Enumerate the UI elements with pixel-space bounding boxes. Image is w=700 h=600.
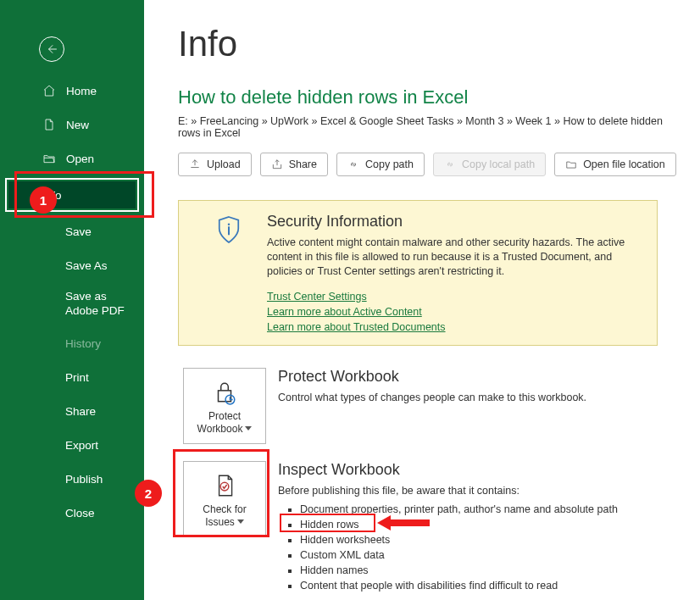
list-item: Hidden names (300, 563, 618, 578)
action-row: Upload Share Copy path Copy local path O… (178, 153, 683, 176)
sidebar-label: Save As (65, 259, 108, 272)
learn-active-content-link[interactable]: Learn more about Active Content (267, 306, 647, 318)
document-title: How to delete hidden rows in Excel (178, 86, 683, 108)
breadcrumb: E: » FreeLancing » UpWork » Excel & Goog… (178, 115, 683, 139)
copy-path-button[interactable]: Copy path (336, 153, 425, 176)
svg-point-4 (220, 482, 229, 491)
sidebar-label: Export (65, 439, 98, 452)
sidebar-item-share[interactable]: Share (0, 394, 144, 428)
sidebar-label: Save (65, 225, 92, 238)
share-icon (271, 158, 283, 170)
sidebar-item-save-adobe[interactable]: Save as Adobe PDF (0, 282, 144, 326)
protect-heading: Protect Workbook (278, 368, 586, 386)
inspect-heading: Inspect Workbook (278, 461, 618, 479)
sidebar-label: History (65, 337, 101, 350)
back-arrow-icon (46, 43, 58, 55)
sidebar-item-info[interactable]: Info (8, 181, 136, 208)
sidebar-item-save[interactable]: Save (0, 214, 144, 248)
sidebar-item-export[interactable]: Export (0, 428, 144, 462)
document-check-icon (213, 471, 236, 500)
sidebar-label: Publish (65, 473, 103, 486)
learn-trusted-documents-link[interactable]: Learn more about Trusted Documents (267, 321, 647, 333)
home-icon (42, 84, 56, 97)
info-panel: Info How to delete hidden rows in Excel … (144, 0, 700, 600)
sidebar-item-print[interactable]: Print (0, 360, 144, 394)
sidebar-label: Info (42, 189, 62, 202)
chevron-down-icon (237, 519, 244, 524)
folder-icon (565, 158, 577, 170)
svg-rect-1 (228, 226, 230, 235)
sidebar-item-home[interactable]: Home (0, 74, 144, 108)
sidebar-item-save-as[interactable]: Save As (0, 248, 144, 282)
back-button[interactable] (39, 36, 64, 62)
chevron-down-icon (245, 426, 252, 431)
link-icon (347, 158, 359, 170)
backstage-sidebar: Home New Open Info Save Save As Save as … (0, 0, 144, 600)
new-file-icon (42, 118, 56, 131)
sidebar-item-close[interactable]: Close (0, 496, 144, 530)
btn-label-line1: Check for (203, 503, 246, 515)
list-item: Hidden rows (300, 517, 618, 532)
sidebar-item-publish[interactable]: Publish (0, 462, 144, 496)
page-title: Info (178, 24, 683, 64)
btn-label-line2: Workbook (197, 423, 243, 435)
inspect-issues-list: Document properties, printer path, autho… (278, 502, 618, 594)
sidebar-item-open[interactable]: Open (0, 142, 144, 175)
list-item: Content that people with disabilities fi… (300, 578, 618, 593)
trust-center-settings-link[interactable]: Trust Center Settings (267, 291, 647, 303)
protect-body: Control what types of changes people can… (278, 390, 586, 405)
svg-point-0 (228, 224, 231, 226)
list-item: Hidden worksheets (300, 532, 618, 547)
sidebar-label: Close (65, 507, 95, 519)
inspect-lead: Before publishing this file, be aware th… (278, 483, 618, 498)
copy-local-path-button: Copy local path (433, 153, 546, 176)
sidebar-label: Open (66, 153, 94, 165)
list-item: Document properties, printer path, autho… (300, 502, 618, 517)
sidebar-label: Home (66, 85, 97, 97)
security-information-panel: Security Information Active content migh… (178, 200, 658, 346)
sidebar-item-history: History (0, 326, 144, 360)
btn-label: Upload (207, 158, 241, 170)
sidebar-item-new[interactable]: New (0, 108, 144, 142)
btn-label: Share (289, 158, 317, 170)
btn-label: Open file location (583, 158, 665, 170)
security-body: Active content might contain malware and… (267, 236, 647, 279)
upload-button[interactable]: Upload (178, 153, 252, 176)
shield-info-icon (191, 213, 267, 333)
link-icon (444, 158, 456, 170)
sidebar-label: Share (65, 405, 96, 418)
sidebar-label: Print (65, 371, 89, 384)
open-folder-icon (42, 152, 56, 165)
check-for-issues-button[interactable]: Check for Issues (183, 461, 266, 537)
sidebar-label: Save as Adobe PDF (65, 290, 142, 319)
sidebar-label: New (66, 119, 89, 131)
btn-label-line2: Issues (205, 516, 235, 528)
protect-workbook-button[interactable]: Protect Workbook (183, 368, 266, 444)
btn-label: Copy path (365, 158, 414, 170)
list-item: Custom XML data (300, 547, 618, 563)
open-file-location-button[interactable]: Open file location (554, 153, 676, 176)
share-button[interactable]: Share (260, 153, 328, 176)
btn-label-line1: Protect (208, 410, 241, 422)
btn-label: Copy local path (462, 158, 535, 170)
security-heading: Security Information (267, 213, 647, 231)
svg-rect-2 (219, 391, 231, 402)
upload-icon (189, 158, 201, 170)
lock-icon (213, 378, 236, 407)
